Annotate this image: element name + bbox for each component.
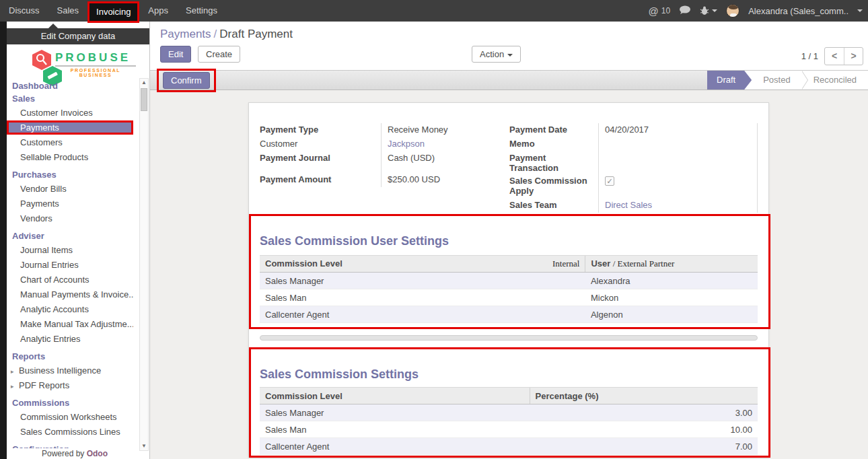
sidebar-item-analytic-entries[interactable]: Analytic Entries	[7, 332, 133, 346]
mentions-button[interactable]: @ 10	[649, 5, 671, 17]
statusbar: Draft Posted Reconciled	[707, 71, 868, 90]
sidebar-menu: Dashboard Sales Customer Invoices Paymen…	[7, 79, 133, 448]
sales-team-link[interactable]: Direct Sales	[605, 200, 652, 210]
cell-level: Callcenter Agent	[260, 306, 585, 323]
table-row[interactable]: Sales Manager 3.00	[260, 404, 758, 421]
field-value: Cash (USD)	[381, 151, 499, 166]
sidebar-item-manual-payments[interactable]: Manual Payments & Invoice...	[7, 287, 133, 302]
menu-settings[interactable]: Settings	[177, 0, 226, 22]
menu-apps[interactable]: Apps	[139, 0, 177, 22]
cell-user: Alexandra	[585, 273, 758, 289]
pager-count: 1 / 1	[801, 51, 818, 61]
user-menu[interactable]: Alexandra (Sales_comm..	[748, 6, 848, 16]
scroll-down-icon[interactable]: ▼	[140, 442, 148, 450]
cell-level: Sales Manager	[260, 404, 530, 421]
sidebar-item-label: PDF Reports	[19, 380, 69, 390]
field-label: Sales Commission Apply	[509, 174, 598, 199]
field-label: Sales Team	[509, 199, 598, 213]
table-row[interactable]: Sales Man Mickon	[260, 289, 758, 306]
sidebar-item-commission-worksheets[interactable]: Commission Worksheets	[7, 410, 133, 424]
customer-link[interactable]: Jackpson	[388, 139, 425, 149]
sidebar-item-analytic-accounts[interactable]: Analytic Accounts	[7, 302, 133, 316]
sidebar-item-customers[interactable]: Customers	[7, 135, 133, 149]
pager: 1 / 1 < >	[801, 47, 863, 65]
sidebar-item-label: Business Intelligence	[19, 365, 101, 376]
field-payment-journal: Payment Journal Cash (USD)	[260, 151, 499, 166]
column-commission-level[interactable]: Commission LevelInternal	[260, 256, 585, 273]
table-row[interactable]: Sales Man 10.00	[260, 421, 758, 438]
field-value	[598, 151, 758, 174]
pager-previous-button[interactable]: <	[825, 48, 844, 65]
sidebar-item-journal-entries[interactable]: Journal Entries	[7, 258, 133, 272]
sidebar-item-purchase-payments[interactable]: Payments	[7, 197, 133, 211]
cell-user: Algenon	[585, 306, 758, 323]
sidebar-item-chart-of-accounts[interactable]: Chart of Accounts	[7, 273, 133, 287]
edit-button[interactable]: Edit	[160, 46, 191, 63]
field-value: 04/20/2017	[598, 123, 758, 137]
table-row[interactable]: Sales Manager Alexandra	[260, 273, 758, 289]
breadcrumb: Payments/Draft Payment	[150, 22, 868, 41]
sidebar-header-commissions: Commissions	[7, 396, 133, 409]
sidebar-item-manual-tax[interactable]: Make Manual Tax Adjustme...	[7, 317, 133, 331]
debug-bug-icon[interactable]	[700, 6, 717, 15]
menu-invoicing[interactable]: Invoicing	[87, 1, 139, 23]
table-row[interactable]: Callcenter Agent 7.00	[260, 438, 758, 455]
sidebar-header-reports: Reports	[7, 350, 133, 363]
create-button[interactable]: Create	[198, 46, 240, 63]
sidebar-scrollbar[interactable]: ▲ ▼	[139, 78, 149, 451]
field-label: Payment Transaction	[509, 151, 598, 174]
scrollbar-thumb[interactable]	[141, 88, 147, 111]
sidebar-item-vendor-bills[interactable]: Vendor Bills	[7, 182, 133, 196]
table-horizontal-scrollbar[interactable]	[260, 335, 758, 341]
field-payment-amount: Payment Amount $250.00 USD	[260, 173, 499, 187]
status-draft[interactable]: Draft	[707, 71, 752, 90]
status-reconciled[interactable]: Reconciled	[802, 71, 868, 90]
status-posted[interactable]: Posted	[752, 71, 801, 90]
sidebar-item-payments[interactable]: Payments	[7, 120, 133, 135]
sales-commission-apply-checkbox[interactable]: ✓	[605, 176, 614, 186]
sidebar-header-dashboard[interactable]: Dashboard	[7, 79, 133, 92]
cell-level: Sales Man	[260, 421, 530, 438]
field-payment-type: Payment Type Receive Money	[260, 123, 499, 137]
debug-caret-icon	[712, 9, 717, 12]
logo-text: PROBUSE PROFESSIONAL BUSINESS	[55, 51, 136, 77]
button-row: Edit Create Action 1 / 1 < >	[150, 46, 868, 66]
sidebar-item-journal-items[interactable]: Journal Items	[7, 243, 133, 257]
sidebar-item-sales-commissions-lines[interactable]: Sales Commissions Lines	[7, 425, 133, 439]
action-label: Action	[480, 49, 504, 59]
column-internal-user[interactable]: User / External Partner	[585, 256, 758, 273]
scroll-up-icon[interactable]: ▲	[140, 79, 148, 87]
pager-buttons: < >	[824, 47, 863, 65]
breadcrumb-payments-link[interactable]: Payments	[160, 28, 211, 40]
menu-sales[interactable]: Sales	[48, 0, 88, 22]
pager-next-button[interactable]: >	[844, 48, 863, 65]
payment-form: Payment Type Receive Money Customer Jack…	[260, 123, 758, 213]
action-dropdown-button[interactable]: Action	[472, 46, 521, 63]
column-commission-level[interactable]: Commission Level	[260, 388, 530, 404]
top-navigation-bar: Discuss Sales Invoicing Apps Settings @ …	[0, 0, 868, 22]
logo-subtitle: PROFESSIONAL BUSINESS	[55, 68, 136, 77]
menu-discuss[interactable]: Discuss	[0, 0, 48, 22]
sidebar-item-sellable-products[interactable]: Sellable Products	[7, 150, 133, 164]
sidebar-item-vendors[interactable]: Vendors	[7, 211, 133, 225]
column-percentage[interactable]: Percentage (%)	[530, 388, 758, 404]
confirm-button[interactable]: Confirm	[163, 72, 210, 89]
odoo-link[interactable]: Odoo	[87, 449, 108, 458]
sidebar-item-business-intelligence[interactable]: ▸Business Intelligence	[7, 363, 133, 378]
sidebar-item-pdf-reports[interactable]: ▸PDF Reports	[7, 378, 133, 392]
powered-by: Powered by Odoo	[0, 449, 149, 458]
breadcrumb-separator: /	[211, 28, 220, 40]
edit-company-tooltip: Edit Company data	[7, 28, 149, 44]
user-avatar[interactable]	[726, 4, 739, 17]
field-spacer	[260, 166, 499, 173]
field-label: Memo	[509, 137, 598, 151]
breadcrumb-current: Draft Payment	[219, 28, 293, 40]
header-partner-label: / External Partner	[610, 258, 674, 269]
sidebar-item-customer-invoices[interactable]: Customer Invoices	[7, 106, 133, 120]
mentions-count: 10	[661, 6, 670, 15]
header-user-label: User	[591, 258, 610, 269]
table-row[interactable]: Callcenter Agent Algenon	[260, 306, 758, 323]
main-area: Payments/Draft Payment Edit Create Actio…	[150, 22, 868, 459]
chat-icon[interactable]	[679, 5, 691, 17]
sidebar-header-sales: Sales	[7, 92, 133, 105]
